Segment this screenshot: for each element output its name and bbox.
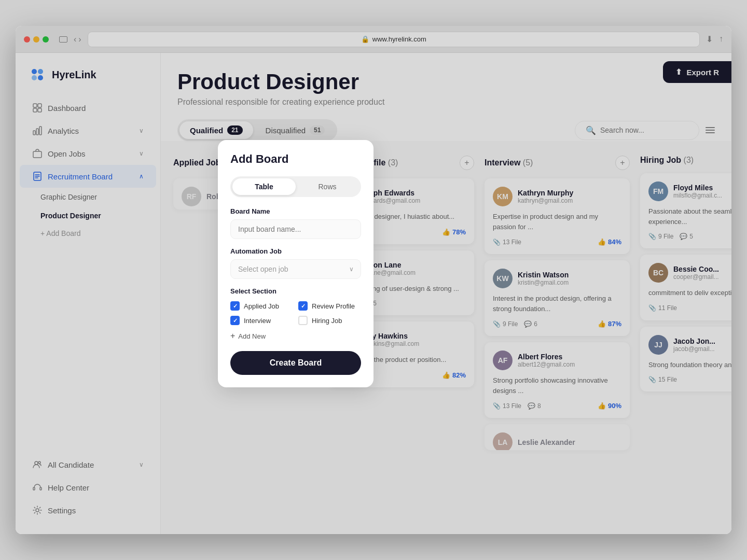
board-name-label: Board Name [230,207,361,215]
automation-label: Automation Job [230,247,361,255]
applied-job-label: Applied Job [244,302,279,310]
add-new-plus-icon: + [230,331,235,341]
section-label: Select Section [230,287,361,295]
section-hiring-job[interactable]: Hiring Job [298,316,361,325]
section-review-profile[interactable]: Review Profile [298,301,361,311]
sections-grid: Applied Job Review Profile Interview Hir… [230,301,361,325]
modal-title: Add Board [230,152,361,166]
automation-select-wrapper: Select open job ∨ [230,259,361,279]
type-rows-btn[interactable]: Rows [296,178,359,195]
type-table-btn[interactable]: Table [232,178,296,195]
add-new-row[interactable]: + Add New [230,331,361,341]
checkbox-applied[interactable] [230,301,240,311]
hiring-job-label: Hiring Job [312,317,342,325]
review-profile-label: Review Profile [312,302,355,310]
add-board-modal: Add Board Table Rows Board Name Automati… [218,140,374,387]
section-applied-job[interactable]: Applied Job [230,301,293,311]
add-new-label: Add New [238,332,266,340]
automation-select[interactable]: Select open job [230,259,361,279]
board-name-input[interactable] [230,219,361,239]
interview-label: Interview [244,317,271,325]
checkbox-review[interactable] [298,301,308,311]
automation-placeholder: Select open job [238,265,288,273]
checkbox-interview[interactable] [230,316,240,325]
create-board-button[interactable]: Create Board [230,351,361,375]
type-selector: Table Rows [230,176,361,197]
modal-overlay[interactable]: Add Board Table Rows Board Name Automati… [16,26,731,534]
checkbox-hiring[interactable] [298,316,308,325]
select-chevron-icon: ∨ [349,265,354,273]
section-interview[interactable]: Interview [230,316,293,325]
